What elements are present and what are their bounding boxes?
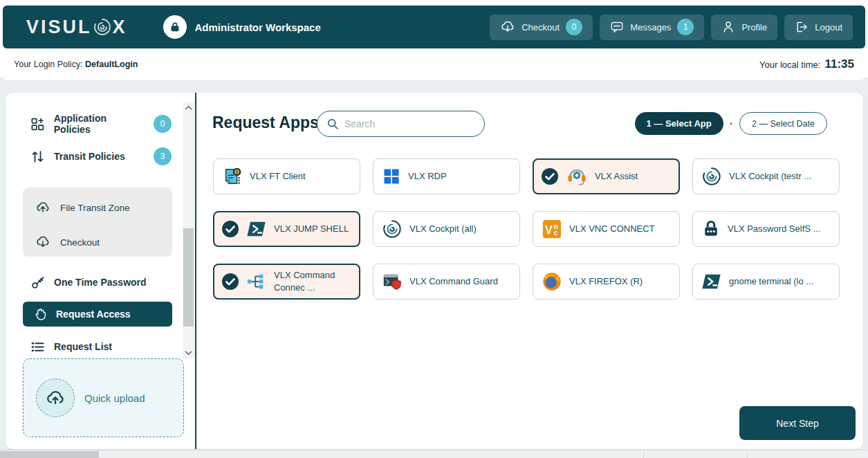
policy-bar: Your Login Policy: DefaultLogin Your loc… <box>3 48 865 80</box>
app-name: VLX Assist <box>595 170 638 183</box>
quick-upload-cloud-icon <box>36 378 75 417</box>
app-name: VLX JUMP SHELL <box>274 223 349 235</box>
app-name: VLX Command Guard <box>409 275 498 288</box>
horizontal-scrollbar[interactable] <box>0 450 868 458</box>
step-select-date[interactable]: 2 — Select Date <box>739 112 827 135</box>
checkout-button[interactable]: Checkout 0 <box>490 15 593 40</box>
quick-upload-dropzone[interactable]: Quick upload <box>23 358 184 437</box>
messages-button[interactable]: Messages 1 <box>600 15 704 40</box>
app-card[interactable]: VLX Command Connec ... <box>213 264 360 300</box>
command-connect-icon <box>246 271 267 292</box>
app-card[interactable]: VncVLX VNC CONNECT <box>533 211 680 247</box>
step-indicator: 1 — Select App · 2 — Select Date <box>635 112 828 135</box>
sidebar-item-label: Request Access <box>56 309 131 320</box>
app-card[interactable]: VLX FT Client <box>213 158 360 194</box>
message-icon <box>610 20 624 34</box>
app-name: VLX Cockpit (testr ... <box>729 170 811 183</box>
sidebar-item-file-transit-zone[interactable]: File Transit Zone <box>35 198 163 217</box>
profile-button[interactable]: Profile <box>711 15 777 40</box>
shell-icon <box>246 219 267 239</box>
step-select-app[interactable]: 1 — Select App <box>635 112 723 135</box>
sidebar-item-checkout[interactable]: Checkout <box>35 232 163 252</box>
shell-icon <box>701 271 722 292</box>
sidebar-item-transit-policies[interactable]: Transit Policies 3 <box>30 147 172 166</box>
visulox-logo: VISUL X <box>26 17 127 38</box>
list-icon <box>30 340 45 354</box>
app-card[interactable]: VLX RDP <box>373 158 520 194</box>
app-card[interactable]: VLX Cockpit (testr ... <box>692 158 840 194</box>
check-icon <box>221 273 239 291</box>
bottom-divider <box>747 451 748 458</box>
lock-icon <box>163 15 187 39</box>
app-name: VLX FIREFOX (R) <box>569 275 643 288</box>
app-window: VISUL X Administrator Workspace <box>0 0 868 458</box>
logout-button[interactable]: Logout <box>784 15 853 40</box>
app-card[interactable]: VLX JUMP SHELL <box>213 211 360 247</box>
app-card[interactable]: VLX Cockpit (all) <box>373 211 520 247</box>
workspace-title: Administrator Workspace <box>195 21 321 33</box>
content-card: Application Policies 0 Transit Policies … <box>6 93 863 449</box>
svg-text:V: V <box>545 224 553 236</box>
sidebar: Application Policies 0 Transit Policies … <box>6 93 195 449</box>
cloud-download-icon <box>500 19 515 35</box>
firefox-icon <box>542 271 562 292</box>
messages-label: Messages <box>630 22 671 33</box>
logo-text-prefix: VISUL <box>26 17 92 38</box>
workspace-block: Administrator Workspace <box>163 15 321 39</box>
login-policy-text: Your Login Policy: DefaultLogin <box>14 59 138 69</box>
search-input[interactable] <box>344 118 475 129</box>
scroll-down-icon[interactable] <box>183 347 194 358</box>
cockpit-icon <box>382 219 403 239</box>
app-card[interactable]: gnome terminal (lo ... <box>692 264 840 300</box>
sidebar-scrollbar[interactable] <box>183 102 194 358</box>
cockpit-icon <box>701 166 722 187</box>
page-title: Request Apps <box>212 113 319 132</box>
app-card[interactable]: VLX Assist <box>533 158 680 194</box>
password-lock-icon <box>701 219 721 239</box>
key-icon <box>30 275 45 290</box>
search-icon <box>326 118 339 130</box>
header-actions: Checkout 0 Messages 1 Profile <box>490 15 853 40</box>
app-name: gnome terminal (lo ... <box>729 275 813 288</box>
step-separator: · <box>730 118 733 130</box>
app-name: VLX FT Client <box>250 170 306 183</box>
app-card[interactable]: VLX Command Guard <box>373 264 520 300</box>
sidebar-item-label: File Transit Zone <box>60 203 130 213</box>
check-icon <box>221 220 239 238</box>
sidebar-item-application-policies[interactable]: Application Policies 0 <box>30 114 172 134</box>
logo-text-suffix: X <box>113 17 127 38</box>
profile-icon <box>721 20 735 34</box>
ft-client-icon <box>222 166 243 187</box>
app-card[interactable]: VLX FIREFOX (R) <box>533 264 680 300</box>
search-box[interactable] <box>317 111 485 137</box>
login-policy-label: Your Login Policy: <box>14 59 83 69</box>
rdp-icon <box>382 167 401 186</box>
assist-icon <box>566 165 588 187</box>
vnc-icon: Vnc <box>542 219 562 239</box>
horizontal-scrollbar-thumb[interactable] <box>0 451 99 458</box>
quick-upload-label: Quick upload <box>84 392 145 404</box>
app-grid: VLX FT ClientVLX RDPVLX AssistVLX Cockpi… <box>213 158 841 300</box>
sidebar-item-label: Transit Policies <box>54 151 125 162</box>
bottom-divider <box>643 451 644 458</box>
sidebar-item-label: Request List <box>54 341 112 352</box>
sidebar-item-label: Application Policies <box>54 113 145 135</box>
profile-label: Profile <box>741 22 767 33</box>
scroll-up-icon[interactable] <box>183 102 194 113</box>
logout-label: Logout <box>815 22 842 33</box>
command-guard-icon <box>382 271 403 292</box>
checkout-label: Checkout <box>521 22 560 33</box>
sidebar-item-request-list[interactable]: Request List <box>30 337 172 356</box>
checkout-count-badge: 0 <box>566 19 582 35</box>
sidebar-item-request-access[interactable]: Request Access <box>23 302 172 327</box>
logout-icon <box>795 20 809 34</box>
main-panel: Request Apps 1 — Select App · 2 — Select… <box>196 93 863 449</box>
local-time-text: Your local time: 11:35 <box>759 57 854 71</box>
login-policy-value: DefaultLogin <box>85 59 138 69</box>
sidebar-item-one-time-password[interactable]: One Time Password <box>30 273 172 292</box>
transit-policies-badge: 3 <box>154 147 172 165</box>
sidebar-item-label: One Time Password <box>54 277 147 288</box>
scrollbar-thumb[interactable] <box>183 228 194 327</box>
app-card[interactable]: VLX Password SelfS ... <box>692 211 840 247</box>
next-step-button[interactable]: Next Step <box>739 406 856 440</box>
